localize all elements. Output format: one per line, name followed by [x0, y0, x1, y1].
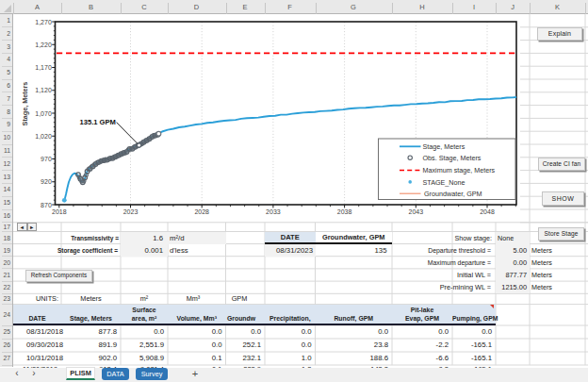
- svg-text:1,170: 1,170: [35, 64, 52, 71]
- svg-text:STAGE_None: STAGE_None: [423, 178, 466, 187]
- svg-text:1,070: 1,070: [35, 110, 52, 117]
- svg-text:2028: 2028: [194, 208, 209, 215]
- svg-text:1,120: 1,120: [35, 87, 52, 93]
- svg-text:870: 870: [41, 202, 52, 208]
- svg-text:Groundwater, GPM: Groundwater, GPM: [424, 190, 482, 198]
- svg-text:2033: 2033: [266, 208, 281, 215]
- svg-text:135.1 GPM: 135.1 GPM: [80, 118, 116, 126]
- svg-text:Obs. Stage, Meters: Obs. Stage, Meters: [423, 154, 482, 162]
- svg-text:920: 920: [41, 178, 52, 185]
- svg-text:970: 970: [41, 156, 52, 162]
- svg-text:2018: 2018: [52, 208, 67, 215]
- svg-text:1,220: 1,220: [35, 42, 52, 48]
- svg-text:1,270: 1,270: [35, 19, 52, 25]
- svg-text:Maximum stage, Meters: Maximum stage, Meters: [423, 166, 496, 174]
- svg-text:2048: 2048: [480, 208, 495, 215]
- svg-text:2043: 2043: [409, 208, 424, 215]
- svg-text:1,020: 1,020: [35, 133, 52, 140]
- svg-text:2038: 2038: [337, 208, 352, 215]
- svg-text:2023: 2023: [123, 208, 139, 215]
- svg-text:Stage, Meters: Stage, Meters: [21, 82, 29, 126]
- svg-text:Stage, Meters: Stage, Meters: [423, 142, 466, 151]
